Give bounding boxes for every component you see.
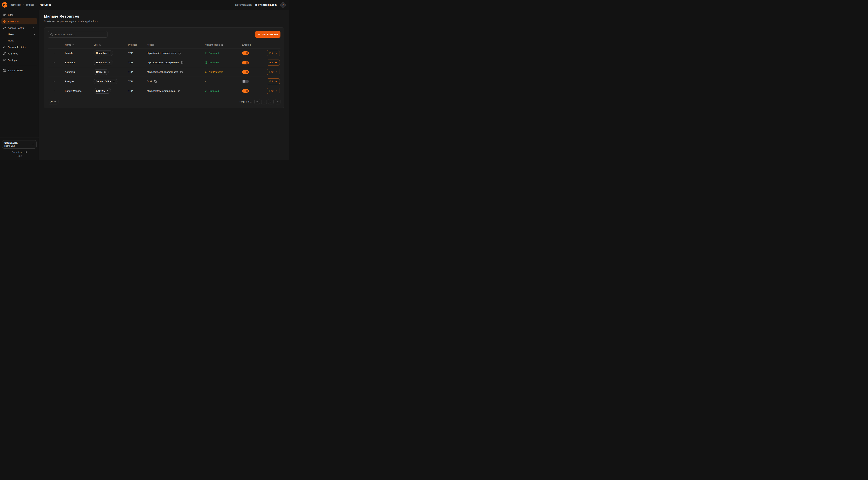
breadcrumb-settings[interactable]: settings [26,3,34,6]
gear-icon [3,59,6,62]
chevron-down-icon [33,27,35,29]
sort-icon [99,43,101,46]
page-size-select[interactable]: 20 [48,99,58,104]
organization-selector[interactable]: Organization Home Lab [2,140,36,149]
enabled-toggle[interactable] [242,51,249,55]
version-label: v1.3.0 [2,155,36,157]
auth-status: Not Protected [205,70,223,73]
chevron-right-icon [270,100,272,103]
next-page-button[interactable] [268,99,274,104]
sort-site-button[interactable]: Site [94,43,101,46]
enabled-toggle[interactable] [242,61,249,64]
user-email: joe@example.com [255,3,277,6]
resource-protocol: TCP [128,61,147,64]
copy-button[interactable] [177,89,181,92]
enabled-toggle[interactable] [242,80,249,83]
sidebar-item-access-control[interactable]: Access Control [1,25,37,31]
table-row: Bitwarden Home Lab TCP https://bitwarden… [48,58,280,67]
search-input[interactable] [55,33,105,36]
sidebar-item-resources[interactable]: Resources [1,18,37,24]
site-link[interactable]: Second Office [94,79,118,84]
row-menu-button[interactable] [52,60,56,65]
external-link-icon [25,151,27,153]
site-link[interactable]: Edge 01 [94,88,111,94]
pager: Page 1 of 1 [240,99,281,104]
chevrons-left-icon [256,100,258,103]
sidebar-item-label: Shareable Links [8,46,26,49]
key-icon [3,52,6,55]
sidebar-item-label: API Keys [8,52,18,55]
row-menu-button[interactable] [52,89,56,93]
auth-status: Protected [205,52,219,55]
arrow-right-icon [275,80,277,83]
auth-status: Protected [205,90,219,92]
sort-name-button[interactable]: Name [65,43,75,46]
column-header-protocol: Protocol [128,43,137,46]
prev-page-button[interactable] [261,99,267,104]
edit-button[interactable]: Edit [267,79,280,84]
resource-protocol: TCP [128,90,147,92]
breadcrumb-org[interactable]: home-lab [10,3,21,6]
last-page-button[interactable] [275,99,280,104]
external-link-icon [113,80,115,83]
sidebar-item-label: Resources [8,20,20,23]
sidebar-item-users[interactable]: Users [1,31,37,37]
shield-check-icon [205,61,208,64]
copy-button[interactable] [180,70,183,74]
row-menu-button[interactable] [52,70,56,74]
sidebar-item-roles[interactable]: Roles [1,38,37,43]
sidebar-item-api-keys[interactable]: API Keys [1,51,37,57]
avatar[interactable]: J [280,2,286,8]
site-name: Edge 01 [96,90,105,92]
enabled-toggle[interactable] [242,89,249,93]
sidebar-item-shareable-links[interactable]: Shareable Links [1,44,37,50]
arrow-right-icon [275,71,277,73]
resource-name: Battery Manager [65,90,94,92]
add-resource-button[interactable]: Add Resource [255,31,280,38]
main-content: Manage Resources Create secure proxies t… [39,10,289,160]
copy-button[interactable] [154,80,157,83]
edit-label: Edit [270,90,273,92]
page-title: Manage Resources [44,14,284,19]
row-menu-button[interactable] [52,51,56,55]
row-menu-button[interactable] [52,79,56,84]
sidebar-item-sites[interactable]: Sites [1,12,37,18]
enabled-toggle[interactable] [242,70,249,74]
edit-button[interactable]: Edit [267,88,280,94]
first-page-button[interactable] [254,99,260,104]
sidebar-item-settings[interactable]: Settings [1,57,37,63]
copy-icon [154,80,157,83]
app-logo-icon[interactable] [2,2,8,8]
edit-label: Edit [270,70,273,73]
sidebar-item-server-admin[interactable]: Server Admin [1,67,37,73]
edit-button[interactable]: Edit [267,50,280,56]
documentation-link[interactable]: Documentation [235,3,252,6]
arrow-right-icon [275,90,277,92]
arrow-right-icon [275,52,277,54]
chevrons-right-icon [277,100,279,103]
resource-name: Immich [65,52,94,55]
site-link[interactable]: Office [94,69,108,75]
auth-status-label: - [205,80,206,83]
site-link[interactable]: Home Lab [94,60,113,65]
auth-status: - [205,80,206,83]
column-header-site: Site [94,43,97,46]
page-indicator: Page 1 of 1 [240,100,252,103]
open-source-label: Open Source [12,151,24,153]
resource-protocol: TCP [128,80,147,83]
copy-button[interactable] [180,61,184,64]
site-name: Home Lab [96,52,107,55]
open-source-link[interactable]: Open Source [2,151,36,153]
column-header-enabled: Enabled [242,43,251,46]
ellipsis-icon [53,52,55,55]
edit-button[interactable]: Edit [267,60,280,65]
copy-icon [178,52,181,55]
table-row: Postgres Second Office TCP 5432 - Edit [48,77,280,86]
edit-button[interactable]: Edit [267,69,280,75]
edit-label: Edit [270,80,273,83]
copy-button[interactable] [178,52,181,55]
resources-panel: Add Resource Name [44,27,284,108]
site-link[interactable]: Home Lab [94,51,113,56]
sort-authentication-button[interactable]: Authentication [205,43,223,46]
grid-icon [3,13,6,16]
